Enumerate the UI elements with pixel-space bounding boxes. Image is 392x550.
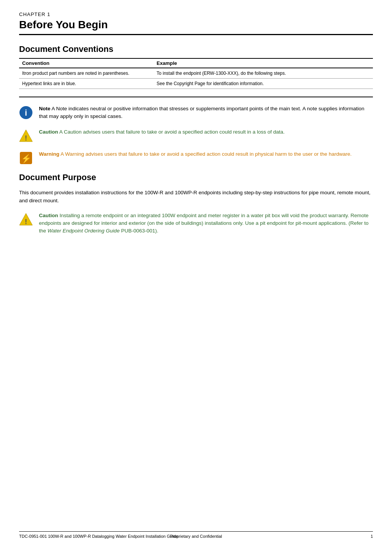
- caution-text-1: Caution A Caution advises users that fai…: [39, 128, 285, 136]
- svg-text:i: i: [25, 108, 27, 118]
- note-block: i Note A Note indicates neutral or posit…: [19, 105, 373, 121]
- note-text: Note A Note indicates neutral or positiv…: [39, 105, 373, 121]
- conventions-table: Convention Example Itron product part nu…: [19, 58, 373, 89]
- caution-label-2: Caution: [39, 213, 58, 218]
- table-row: Itron product part numbers are noted in …: [19, 68, 373, 79]
- caution-icon: !: [19, 129, 33, 143]
- table-cell-example-1: To install the endpoint (ERW-1300-XXX), …: [153, 68, 373, 79]
- svg-text:!: !: [25, 134, 27, 142]
- footer-right: 1: [371, 534, 373, 539]
- table-header-example: Example: [153, 58, 373, 68]
- table-cell-convention-1: Itron product part numbers are noted in …: [19, 68, 153, 79]
- caution-block-1: ! Caution A Caution advises users that f…: [19, 128, 373, 143]
- table-cell-example-2: See the Copyright Page for identificatio…: [153, 79, 373, 89]
- caution-italic: Water Endpoint Ordering Guide: [48, 228, 120, 234]
- title-divider: [19, 34, 373, 35]
- chapter-title: Before You Begin: [19, 19, 373, 31]
- note-icon: i: [19, 106, 33, 119]
- caution-label-1: Caution: [39, 129, 58, 135]
- warning-body: A Warning advises users that failure to …: [61, 151, 352, 157]
- warning-block: ⚡ Warning A Warning advises users that f…: [19, 150, 373, 165]
- caution-after: PUB-0063-001).: [119, 228, 158, 234]
- footer: TDC-0951-001 100W-R and 100WP-R Datalogg…: [19, 531, 373, 539]
- section-title-conventions: Document Conventions: [19, 44, 373, 54]
- footer-center: Proprietary and Confidential: [170, 534, 222, 539]
- table-cell-convention-2: Hypertext links are in blue.: [19, 79, 153, 89]
- chapter-label: CHAPTER 1: [19, 11, 373, 17]
- svg-text:!: !: [25, 218, 27, 226]
- caution-text-2: Caution Installing a remote endpoint or …: [39, 212, 373, 235]
- table-bottom-rule: [19, 97, 373, 97]
- footer-left: TDC-0951-001 100W-R and 100WP-R Datalogg…: [19, 534, 178, 539]
- table-header-convention: Convention: [19, 58, 153, 68]
- caution-body-1: A Caution advises users that failure to …: [59, 129, 285, 135]
- purpose-body: This document provides installation inst…: [19, 189, 373, 205]
- table-row: Hypertext links are in blue. See the Cop…: [19, 79, 373, 89]
- warning-icon: ⚡: [19, 151, 33, 165]
- note-label: Note: [39, 106, 50, 111]
- section-title-purpose: Document Purpose: [19, 173, 373, 182]
- note-body: A Note indicates neutral or positive inf…: [39, 106, 364, 119]
- warning-text: Warning A Warning advises users that fai…: [39, 150, 352, 158]
- svg-text:⚡: ⚡: [21, 153, 32, 164]
- caution-icon-2: !: [19, 213, 33, 226]
- caution-block-2: ! Caution Installing a remote endpoint o…: [19, 212, 373, 235]
- warning-label: Warning: [39, 151, 60, 157]
